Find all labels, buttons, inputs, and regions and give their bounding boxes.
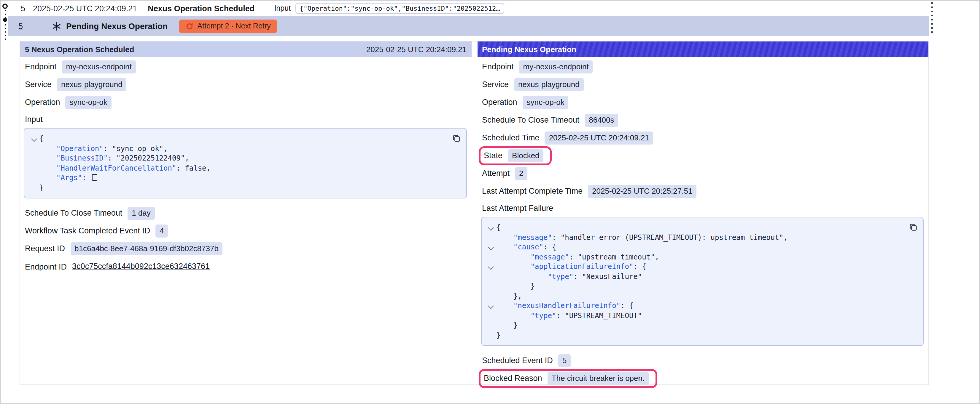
field-label: Endpoint [482, 62, 514, 71]
code-text: "Operation": "sync-op-ok", [39, 144, 168, 154]
field-value-badge: my-nexus-endpoint [62, 61, 136, 73]
field-label: Schedule To Close Timeout [482, 116, 579, 125]
timeline-node-pending-icon [3, 18, 7, 22]
field-value-badge: 2025-02-25 UTC 20:24:09.21 [545, 132, 654, 144]
input-section-label: Input [24, 111, 468, 127]
code-line: "type": "UPSTREAM_TIMEOUT" [487, 311, 917, 320]
code-line: "message": "handler error (UPSTREAM_TIME… [487, 233, 917, 242]
field-label: Scheduled Time [482, 133, 539, 143]
collapse-caret-icon[interactable] [487, 301, 496, 311]
field-inner: Schedule To Close Timeout 86400s [481, 114, 619, 127]
attempt-badge-label: Attempt 2 · Next Retry [197, 22, 270, 30]
code-text: }, [496, 291, 522, 301]
field-label: Schedule To Close Timeout [25, 209, 122, 218]
field-label: Request ID [25, 244, 65, 253]
field-inner: Workflow Task Completed Event ID 4 [24, 225, 168, 238]
field-operation: Operation sync-op-ok [481, 93, 925, 111]
field-inner: Scheduled Time 2025-02-25 UTC 20:24:09.2… [481, 132, 654, 144]
code-text: "applicationFailureInfo": { [496, 262, 646, 272]
field-label: State [484, 151, 503, 160]
code-gutter [30, 163, 39, 173]
pending-operation-panel: Pending Nexus Operation Endpoint my-nexu… [477, 41, 928, 385]
pending-star-icon [52, 22, 61, 30]
field-inner: Endpoint ID 3c0c75ccfa8144b092c13ce63246… [24, 262, 210, 271]
field-value-badge: sync-op-ok [65, 96, 111, 109]
code-gutter [487, 291, 496, 301]
panel-title: 5 Nexus Operation Scheduled [25, 45, 134, 54]
field-inner: Scheduled Event ID 5 [481, 355, 571, 367]
retry-icon [185, 22, 193, 30]
field-inner: Endpoint my-nexus-endpoint [481, 61, 593, 73]
field-workflow-task-completed-event-id: Workflow Task Completed Event ID 4 [24, 222, 468, 240]
field-label: Operation [482, 98, 517, 107]
collapse-caret-icon[interactable] [487, 262, 496, 272]
field-scheduled-event-id: Scheduled Event ID 5 [481, 352, 925, 370]
code-line: "nexusHandlerFailureInfo": { [487, 301, 917, 311]
endpoint-id-link[interactable]: 3c0c75ccfa8144b092c13ce632463761 [72, 262, 210, 271]
code-gutter [487, 252, 496, 262]
event-id: 5 [21, 4, 25, 13]
field-state: State Blocked [481, 147, 925, 165]
event-id-link[interactable]: 5 [18, 22, 23, 30]
field-scheduled-time: Scheduled Time 2025-02-25 UTC 20:24:09.2… [481, 129, 925, 147]
code-text: { [496, 223, 500, 233]
event-timestamp: 2025-02-25 UTC 20:24:09.21 [33, 4, 137, 13]
code-text: "type": "NexusFailure" [496, 272, 642, 281]
collapse-caret-icon[interactable] [487, 242, 496, 252]
field-operation: Operation sync-op-ok [24, 93, 468, 111]
field-blocked-reason: Blocked Reason The circuit breaker is op… [481, 370, 925, 387]
attempt-retry-badge: Attempt 2 · Next Retry [179, 19, 277, 33]
field-schedule-to-close-timeout: Schedule To Close Timeout 86400s [481, 111, 925, 129]
field-attempt: Attempt 2 [481, 165, 925, 182]
code-line: { [30, 134, 460, 144]
timeline-node-scheduled-icon [2, 3, 8, 9]
code-text: } [496, 330, 500, 340]
fields-bottom: Schedule To Close Timeout 1 day Workflow… [24, 204, 468, 276]
field-value-badge: 2025-02-25 UTC 20:25:27.51 [588, 185, 697, 198]
field-endpoint-id: Endpoint ID 3c0c75ccfa8144b092c13ce63246… [24, 258, 468, 276]
panel-timestamp: 2025-02-25 UTC 20:24:09.21 [366, 45, 466, 54]
code-gutter [487, 311, 496, 320]
copy-button[interactable] [909, 223, 918, 231]
field-value-badge: nexus-playground [57, 79, 127, 91]
field-value-badge: 4 [156, 225, 168, 238]
scheduled-panel-body: Endpoint my-nexus-endpoint Service nexus… [20, 57, 471, 280]
failure-json-viewer: { "message": "handler error (UPSTREAM_TI… [481, 217, 924, 346]
code-line: "HandlerWaitForCancellation": false, [30, 163, 460, 173]
code-line: { [487, 223, 917, 233]
scheduled-panel-header: 5 Nexus Operation Scheduled 2025-02-25 U… [20, 41, 471, 57]
event-timeline [1, 1, 8, 43]
annotation-highlight: State Blocked [479, 146, 552, 166]
code-text: "nexusHandlerFailureInfo": { [496, 301, 633, 311]
code-gutter [487, 233, 496, 242]
code-line: "message": "upstream timeout", [487, 252, 917, 262]
field-value-badge: 5 [558, 355, 571, 367]
failure-section-label: Last Attempt Failure [481, 200, 925, 215]
field-inner: Schedule To Close Timeout 1 day [24, 207, 155, 220]
collapse-caret-icon[interactable] [30, 134, 39, 144]
field-service: Service nexus-playground [24, 76, 468, 93]
code-text: { [39, 134, 43, 144]
code-gutter [30, 183, 39, 193]
field-endpoint: Endpoint my-nexus-endpoint [481, 58, 925, 76]
json-code: { "message": "handler error (UPSTREAM_TI… [487, 223, 917, 340]
field-value-badge: 86400s [585, 114, 618, 127]
scheduled-event-panel: 5 Nexus Operation Scheduled 2025-02-25 U… [20, 41, 471, 385]
event-row-scheduled[interactable]: 5 2025-02-25 UTC 20:24:09.21 Nexus Opera… [8, 1, 929, 16]
field-value-badge: b1c6a4bc-8ee7-468a-9169-df3b02c8737b [70, 242, 223, 255]
field-inner: Service nexus-playground [24, 79, 127, 91]
copy-button[interactable] [452, 134, 461, 143]
json-code: { "Operation": "sync-op-ok", "BusinessID… [30, 134, 460, 193]
field-endpoint: Endpoint my-nexus-endpoint [24, 58, 468, 76]
collapse-caret-icon[interactable] [487, 223, 496, 233]
field-label: Last Attempt Complete Time [482, 187, 582, 196]
event-row-pending[interactable]: 5 Pending Nexus Operation Attempt 2 · Ne… [8, 16, 929, 36]
code-line: "Args": [30, 173, 460, 183]
pending-panel-body: Endpoint my-nexus-endpoint Service nexus… [477, 57, 928, 392]
code-text: } [39, 183, 43, 193]
code-gutter [30, 144, 39, 154]
field-inner: Service nexus-playground [481, 79, 584, 91]
field-label: Blocked Reason [484, 374, 542, 383]
event-details-card: 5 Nexus Operation Scheduled 2025-02-25 U… [19, 41, 929, 385]
event-input-preview-chip: {"Operation":"sync-op-ok","BusinessID":"… [296, 3, 504, 14]
